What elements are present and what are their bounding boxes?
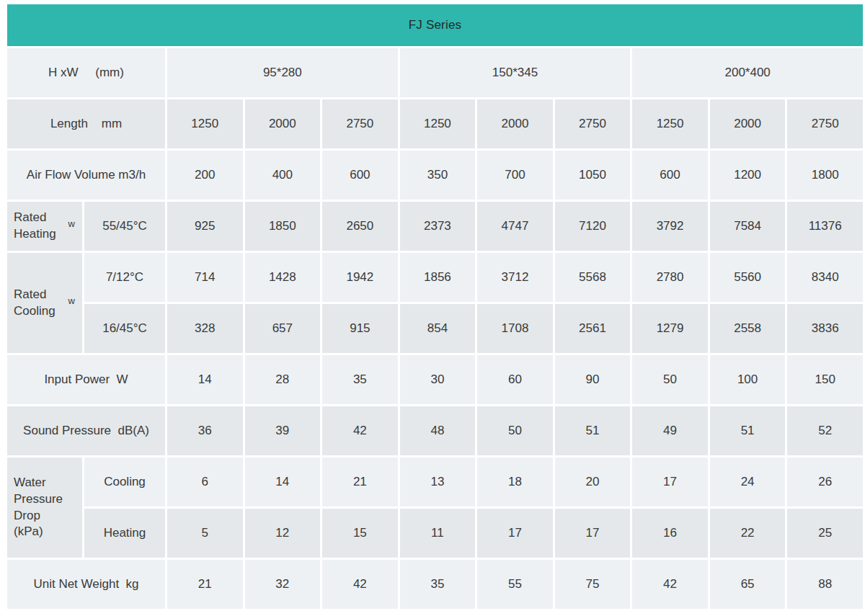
value-cell: 8340 [787, 253, 863, 302]
value-cell: 700 [477, 151, 553, 200]
value-cell: 90 [555, 355, 631, 404]
value-cell: 51 [710, 406, 786, 455]
value-cell: 60 [477, 355, 553, 404]
row-label-hxw: H xW (mm) [7, 48, 165, 97]
row-label-rated-heating: Rated Heatingw [7, 202, 82, 251]
value-cell: 1250 [632, 99, 708, 148]
value-cell: 22 [710, 509, 786, 558]
value-cell: 3836 [787, 304, 863, 353]
value-cell: 52 [787, 406, 863, 455]
fj-series-spec-table: FJ Series H xW (mm)95*280150*345200*400L… [5, 2, 865, 611]
value-cell: 7120 [555, 202, 631, 251]
value-cell: 1856 [400, 253, 476, 302]
value-cell: 50 [477, 406, 553, 455]
value-cell: 350 [400, 151, 476, 200]
value-cell: 2561 [555, 304, 631, 353]
value-cell: 600 [322, 151, 398, 200]
row-label-input-power: Input Power W [7, 355, 165, 404]
value-cell: 657 [245, 304, 321, 353]
value-cell: 5 [167, 509, 243, 558]
value-cell: 2558 [710, 304, 786, 353]
value-cell: 65 [710, 560, 786, 609]
value-cell: 1428 [245, 253, 321, 302]
value-cell: 6 [167, 457, 243, 506]
unit-label: w [68, 218, 75, 230]
table-row: Rated Coolingw7/12°C71414281942185637125… [7, 253, 863, 302]
sub-label-heating: Heating [84, 509, 165, 558]
table-row: Air Flow Volume m3/h20040060035070010506… [7, 151, 863, 200]
value-cell: 21 [322, 457, 398, 506]
value-cell: 600 [632, 151, 708, 200]
value-cell: 25 [787, 509, 863, 558]
value-cell: 2373 [400, 202, 476, 251]
value-cell: 24 [710, 457, 786, 506]
value-cell: 2780 [632, 253, 708, 302]
sub-label-7-12: 7/12°C [84, 253, 165, 302]
page: FJ Series H xW (mm)95*280150*345200*400L… [0, 0, 865, 616]
value-cell: 1850 [245, 202, 321, 251]
value-cell: 2000 [477, 99, 553, 148]
value-cell: 1942 [322, 253, 398, 302]
value-cell: 1708 [477, 304, 553, 353]
table-row: Sound Pressure dB(A)363942485051495152 [7, 406, 863, 455]
value-cell: 42 [322, 560, 398, 609]
value-cell: 15 [322, 509, 398, 558]
value-cell: 2750 [322, 99, 398, 148]
value-cell: 17 [632, 457, 708, 506]
value-cell: 14 [167, 355, 243, 404]
value-cell: 2650 [322, 202, 398, 251]
value-cell: 17 [477, 509, 553, 558]
value-cell: 5560 [710, 253, 786, 302]
value-cell: 13 [400, 457, 476, 506]
value-cell: 2000 [245, 99, 321, 148]
value-cell: 150 [787, 355, 863, 404]
table-row: Water Pressure Drop (kPa)Cooling61421131… [7, 457, 863, 506]
value-cell: 5568 [555, 253, 631, 302]
value-cell: 2000 [710, 99, 786, 148]
value-cell: 20 [555, 457, 631, 506]
value-cell: 42 [632, 560, 708, 609]
table-row: Rated Heatingw55/45°C9251850265023734747… [7, 202, 863, 251]
value-cell: 854 [400, 304, 476, 353]
value-cell: 400 [245, 151, 321, 200]
value-cell: 3712 [477, 253, 553, 302]
group-header-150-345: 150*345 [400, 48, 631, 97]
value-cell: 1279 [632, 304, 708, 353]
title-row: FJ Series [7, 4, 863, 46]
sub-label-55-45: 55/45°C [84, 202, 165, 251]
table-title: FJ Series [7, 4, 863, 46]
value-cell: 48 [400, 406, 476, 455]
value-cell: 4747 [477, 202, 553, 251]
value-cell: 1250 [167, 99, 243, 148]
spec-table-body: H xW (mm)95*280150*345200*400Length mm12… [7, 48, 863, 609]
table-row: 16/45°C32865791585417082561127925583836 [7, 304, 863, 353]
value-cell: 21 [167, 560, 243, 609]
value-cell: 42 [322, 406, 398, 455]
value-cell: 26 [787, 457, 863, 506]
value-cell: 88 [787, 560, 863, 609]
row-label-length: Length mm [7, 99, 165, 148]
sub-label-cooling: Cooling [84, 457, 165, 506]
row-label-rated-cooling: Rated Coolingw [7, 253, 82, 353]
value-cell: 55 [477, 560, 553, 609]
value-cell: 14 [245, 457, 321, 506]
value-cell: 11 [400, 509, 476, 558]
value-cell: 1250 [400, 99, 476, 148]
row-label-water-pressure-drop: Water Pressure Drop (kPa) [7, 457, 82, 558]
group-header-200-400: 200*400 [632, 48, 863, 97]
table-row: H xW (mm)95*280150*345200*400 [7, 48, 863, 97]
value-cell: 32 [245, 560, 321, 609]
value-cell: 100 [710, 355, 786, 404]
value-cell: 17 [555, 509, 631, 558]
sub-label-16-45: 16/45°C [84, 304, 165, 353]
value-cell: 925 [167, 202, 243, 251]
row-label-unit-net-weight: Unit Net Weight kg [7, 560, 165, 609]
group-header-95-280: 95*280 [167, 48, 398, 97]
value-cell: 2750 [787, 99, 863, 148]
value-cell: 16 [632, 509, 708, 558]
value-cell: 1200 [710, 151, 786, 200]
value-cell: 714 [167, 253, 243, 302]
value-cell: 328 [167, 304, 243, 353]
table-row: Input Power W14283530609050100150 [7, 355, 863, 404]
value-cell: 35 [322, 355, 398, 404]
